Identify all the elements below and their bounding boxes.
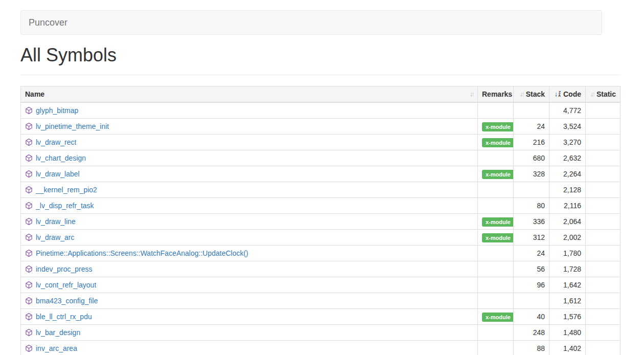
table-row: __kernel_rem_pio2 2,128	[21, 182, 620, 198]
symbol-link[interactable]: _lv_disp_refr_task	[36, 201, 94, 211]
symbol-link[interactable]: lv_draw_arc	[36, 232, 74, 242]
table-row: inv_arc_area 88 1,402	[21, 341, 620, 355]
static-cell	[586, 135, 620, 150]
remarks-cell	[478, 341, 514, 355]
table-row: lv_draw_label x-module 328 2,264	[21, 166, 620, 182]
remarks-cell: x-module	[478, 230, 514, 246]
symbol-cube-icon	[25, 186, 33, 194]
remarks-cell	[478, 150, 514, 166]
static-cell	[586, 309, 620, 325]
symbol-link[interactable]: lv_chart_design	[36, 153, 86, 163]
stack-cell	[514, 182, 549, 198]
static-cell	[586, 119, 620, 135]
stack-cell	[514, 102, 549, 119]
table-row: lv_cont_refr_layout 96 1,642	[21, 277, 620, 293]
code-cell: 1,642	[549, 277, 586, 293]
column-header-code[interactable]: ↓ZA Code	[549, 86, 586, 103]
static-cell	[586, 293, 620, 309]
code-cell: 1,780	[549, 246, 586, 261]
table-row: bma423_config_file 1,612	[21, 293, 620, 309]
symbol-link[interactable]: lv_draw_line	[36, 216, 76, 227]
symbol-link[interactable]: lv_bar_design	[36, 327, 80, 338]
symbol-cube-icon	[25, 233, 33, 241]
symbol-cube-icon	[25, 297, 33, 305]
column-label-name: Name	[25, 89, 44, 99]
column-label-stack: Stack	[526, 89, 545, 99]
symbol-link[interactable]: lv_draw_label	[36, 169, 80, 179]
stack-cell: 680	[514, 150, 549, 166]
navbar: Puncover	[20, 10, 602, 35]
table-header-row: Name ↓↑ Remarks ↓↑ Stack ↓ZA Cod	[21, 86, 620, 103]
static-cell	[586, 198, 620, 214]
remarks-cell: x-module	[478, 135, 514, 150]
code-cell: 1,576	[549, 309, 586, 325]
symbol-link[interactable]: ble_ll_ctrl_rx_pdu	[36, 312, 92, 322]
symbol-cube-icon	[25, 217, 33, 226]
symbol-link[interactable]: inv_arc_area	[36, 343, 77, 353]
static-cell	[586, 246, 620, 261]
x-module-badge: x-module	[482, 138, 514, 147]
static-cell	[586, 102, 620, 119]
page-title: All Symbols	[20, 45, 644, 65]
page: Puncover All Symbols Name ↓↑ Remarks	[0, 0, 644, 355]
sort-desc-icon: ↓ZA	[555, 89, 561, 99]
static-cell	[586, 277, 620, 293]
code-cell: 2,264	[549, 166, 586, 182]
symbol-link[interactable]: __kernel_rem_pio2	[36, 185, 97, 195]
stack-cell: 216	[514, 135, 549, 150]
remarks-cell	[478, 293, 514, 309]
stack-cell: 312	[514, 230, 549, 246]
remarks-cell: x-module	[478, 214, 514, 230]
code-cell: 1,402	[549, 341, 586, 355]
symbols-table: Name ↓↑ Remarks ↓↑ Stack ↓ZA Cod	[20, 86, 620, 355]
code-cell: 2,002	[549, 230, 586, 246]
table-row: Pinetime::Applications::Screens::WatchFa…	[21, 246, 620, 261]
column-header-name[interactable]: Name ↓↑	[21, 86, 478, 103]
remarks-cell	[478, 102, 514, 119]
code-cell: 1,480	[549, 325, 586, 341]
static-cell	[586, 325, 620, 341]
code-cell: 3,270	[549, 135, 586, 150]
stack-cell: 40	[514, 309, 549, 325]
column-header-stack[interactable]: ↓↑ Stack	[514, 86, 549, 103]
remarks-cell: x-module	[478, 166, 514, 182]
stack-cell: 56	[514, 261, 549, 277]
symbol-cube-icon	[25, 154, 33, 162]
symbol-link[interactable]: bma423_config_file	[36, 296, 98, 306]
code-cell: 4,772	[549, 102, 586, 119]
symbol-link[interactable]: lv_pinetime_theme_init	[36, 121, 109, 131]
table-row: indev_proc_press 56 1,728	[21, 261, 620, 277]
x-module-badge: x-module	[482, 233, 514, 242]
table-row: ble_ll_ctrl_rx_pdu x-module 40 1,576	[21, 309, 620, 325]
symbol-link[interactable]: lv_draw_rect	[36, 137, 76, 147]
remarks-cell: x-module	[478, 119, 514, 135]
column-header-remarks[interactable]: Remarks	[478, 86, 514, 103]
symbol-cube-icon	[25, 106, 33, 115]
code-cell: 2,128	[549, 182, 586, 198]
column-label-remarks: Remarks	[482, 90, 512, 98]
symbol-link[interactable]: indev_proc_press	[36, 264, 93, 274]
table-row: lv_draw_rect x-module 216 3,270	[21, 135, 620, 150]
code-cell: 2,064	[549, 214, 586, 230]
column-header-static[interactable]: ↓↑ Static	[586, 86, 620, 103]
x-module-badge: x-module	[482, 313, 514, 322]
symbol-cube-icon	[25, 249, 33, 257]
stack-cell: 80	[514, 198, 549, 214]
static-cell	[586, 261, 620, 277]
code-cell: 2,116	[549, 198, 586, 214]
symbol-cube-icon	[25, 344, 33, 352]
static-cell	[586, 341, 620, 355]
symbol-link[interactable]: Pinetime::Applications::Screens::WatchFa…	[36, 248, 248, 258]
remarks-cell	[478, 182, 514, 198]
navbar-brand[interactable]: Puncover	[21, 11, 75, 34]
symbol-link[interactable]: lv_cont_refr_layout	[36, 280, 96, 290]
stack-cell: 88	[514, 341, 549, 355]
symbol-link[interactable]: glyph_bitmap	[36, 105, 78, 116]
table-row: lv_draw_line x-module 336 2,064	[21, 214, 620, 230]
column-label-static: Static	[596, 89, 616, 99]
stack-cell: 96	[514, 277, 549, 293]
code-cell: 1,728	[549, 261, 586, 277]
remarks-cell: x-module	[478, 309, 514, 325]
stack-cell: 24	[514, 119, 549, 135]
table-row: lv_draw_arc x-module 312 2,002	[21, 230, 620, 246]
